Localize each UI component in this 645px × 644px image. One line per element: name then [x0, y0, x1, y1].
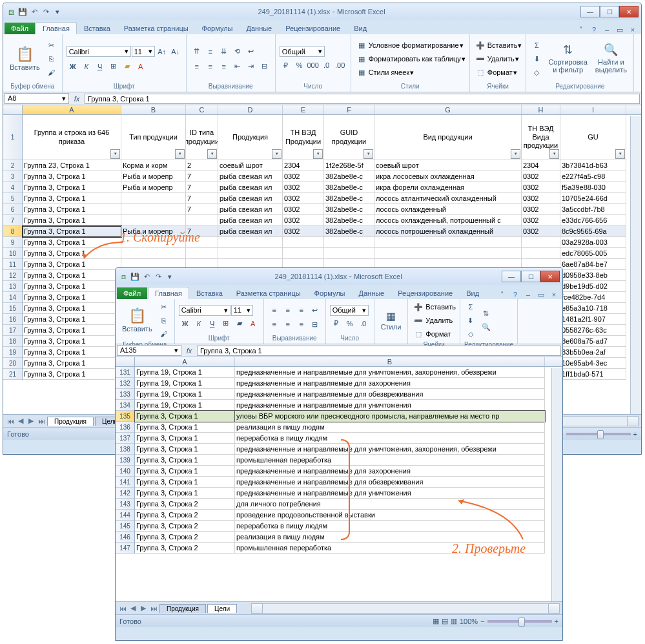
cell[interactable]: 382abe8e-c [324, 182, 374, 193]
number-format-combo[interactable]: Общий▾ [330, 305, 369, 316]
fill-icon[interactable]: ⬇ [530, 52, 543, 65]
help-icon[interactable]: ? [511, 291, 520, 299]
cell[interactable]: Группа 3, Строка 1 [23, 358, 121, 369]
cell[interactable]: Группа 3, Строка 1 [23, 259, 121, 270]
format-cells-button[interactable]: ⬚Формат [412, 327, 456, 340]
border-icon[interactable]: ⊞ [107, 60, 120, 73]
tab-last-icon[interactable]: ⏭ [149, 605, 158, 612]
cell[interactable]: лосось атлантический охлажденный [374, 193, 522, 204]
cell[interactable]: 0302 [283, 193, 324, 204]
tab-file[interactable]: Файл [117, 287, 147, 299]
cell[interactable]: 1481a2f1-907 [560, 314, 626, 325]
column-header[interactable]: Группа и строка из 646 приказа [23, 115, 121, 160]
cell[interactable]: промышленная переработка [235, 455, 545, 466]
cell[interactable]: предназначенные и направляемые для обезв… [235, 389, 545, 400]
cell[interactable] [218, 237, 283, 248]
cell[interactable]: 2304 [283, 160, 324, 171]
indent-dec-icon[interactable]: ⇤ [231, 60, 244, 73]
cell[interactable]: 382abe8e-c [324, 193, 374, 204]
cell[interactable]: рыба свежая ил [218, 182, 283, 193]
cell[interactable]: e85a3a10-718 [560, 303, 626, 314]
cell[interactable]: Группа 3, Строка 1 [135, 477, 235, 488]
border-icon[interactable]: ⊞ [220, 317, 232, 330]
tab-next-icon[interactable]: ▶ [26, 417, 36, 425]
cell[interactable]: промышленная переработка [235, 543, 545, 554]
cell[interactable]: 0302 [283, 182, 324, 193]
cell[interactable]: 3a5ccdbf-7b8 [560, 204, 626, 215]
font-name-combo[interactable]: Calibri▾ [179, 305, 230, 316]
cell[interactable]: предназначенные и направляемые для уничт… [235, 367, 545, 378]
cell[interactable] [121, 215, 186, 226]
cell[interactable]: 6ae87a84-be7 [560, 259, 626, 270]
cell[interactable]: 0302 [522, 182, 560, 193]
tab-view[interactable]: Вид [460, 287, 486, 299]
wrap-icon[interactable]: ↩ [245, 45, 258, 58]
worksheet-sub[interactable]: AB13113213313413513613713813914014114214… [116, 357, 562, 601]
vertical-scrollbar[interactable] [630, 116, 641, 414]
cell[interactable] [121, 248, 186, 259]
zoom-slider[interactable] [487, 620, 552, 623]
cell[interactable]: Группа 23, Строка 1 [23, 160, 121, 171]
tab-insert[interactable]: Вставка [77, 23, 117, 34]
cell[interactable]: Группа 3, Строка 1 [23, 303, 121, 314]
tab-file[interactable]: Файл [5, 23, 35, 34]
tab-next-icon[interactable]: ▶ [139, 604, 148, 612]
italic-icon[interactable]: К [80, 60, 93, 73]
cell[interactable]: Группа 3, Строка 1 [23, 171, 121, 182]
align-left-icon[interactable]: ≡ [190, 60, 203, 73]
cell[interactable]: Группа 3, Строка 1 [23, 369, 121, 380]
align-center-icon[interactable]: ≡ [204, 60, 217, 73]
tab-insert[interactable]: Вставка [190, 287, 229, 299]
cell[interactable]: Группа 3, Строка 1 [23, 204, 121, 215]
comma-icon[interactable]: 000 [307, 59, 320, 72]
align-bot-icon[interactable]: ⇊ [218, 45, 230, 58]
cell[interactable] [374, 248, 522, 259]
delete-cells-button[interactable]: ➖Удалить▾ [474, 52, 522, 65]
doc-minimize-icon[interactable]: – [524, 291, 533, 299]
cell[interactable]: соевый шрот [374, 160, 522, 171]
cell[interactable]: Рыба и морепр [121, 182, 186, 193]
grow-font-icon[interactable]: A↑ [156, 45, 169, 58]
cell[interactable]: уловы ВБР морского или пресноводного про… [235, 411, 545, 422]
fx-icon[interactable]: fx [70, 92, 83, 105]
cell[interactable]: 0558276c-63c [560, 325, 626, 336]
tab-prev-icon[interactable]: ◀ [128, 604, 138, 612]
tab-layout[interactable]: Разметка страницы [230, 287, 307, 299]
name-box[interactable]: A8▾ [5, 93, 69, 104]
cell[interactable]: 1ff1bda0-571 [560, 369, 626, 380]
cell[interactable]: реализация в пищу людям [235, 422, 545, 433]
clear-icon[interactable]: ◇ [530, 66, 543, 79]
font-color-icon[interactable]: A [134, 60, 147, 73]
doc-close-icon[interactable]: × [549, 291, 558, 299]
column-header[interactable]: Вид продукции [374, 115, 522, 160]
cell[interactable]: рыба свежая ил [218, 193, 283, 204]
undo-icon[interactable]: ↶ [29, 6, 39, 17]
save-icon[interactable]: 💾 [17, 6, 28, 17]
cell[interactable]: 2304 [522, 160, 560, 171]
cell[interactable]: рыба свежая ил [218, 204, 283, 215]
cell[interactable]: проведение продовольственной выставки [235, 510, 545, 521]
cell[interactable]: Группа 3, Строка 1 [23, 182, 121, 193]
close-button[interactable]: ✕ [619, 6, 639, 17]
autosum-icon[interactable]: Σ [464, 300, 477, 313]
font-color-icon[interactable]: A [247, 317, 260, 330]
cell[interactable]: d9be19d5-d02 [560, 281, 626, 292]
cell[interactable]: икра лососевых охлажденная [374, 171, 522, 182]
cell[interactable]: Группа 3, Строка 1 [23, 336, 121, 347]
tab-home[interactable]: Главная [148, 287, 189, 299]
cell[interactable]: Группа 19, Строка 1 [135, 367, 235, 378]
cell[interactable]: предназначенные и направляемые для захор… [235, 466, 545, 477]
tab-data[interactable]: Данные [352, 287, 391, 299]
qat-dropdown-icon[interactable]: ▾ [165, 271, 175, 282]
percent-icon[interactable]: % [293, 59, 306, 72]
zoom-slider[interactable] [566, 433, 631, 435]
cut-icon[interactable]: ✂ [158, 300, 170, 313]
redo-icon[interactable]: ↷ [153, 271, 163, 282]
cell[interactable]: переработка в пищу людям [235, 521, 545, 532]
find-icon[interactable]: 🔍 [480, 321, 493, 334]
cell[interactable]: Группа 3, Строка 1 [23, 248, 121, 259]
fill-color-icon[interactable]: ▰ [121, 60, 134, 73]
fill-icon[interactable]: ⬇ [464, 314, 477, 327]
cell[interactable] [283, 248, 324, 259]
cell[interactable]: Группа 3, Строка 2 [135, 510, 235, 521]
